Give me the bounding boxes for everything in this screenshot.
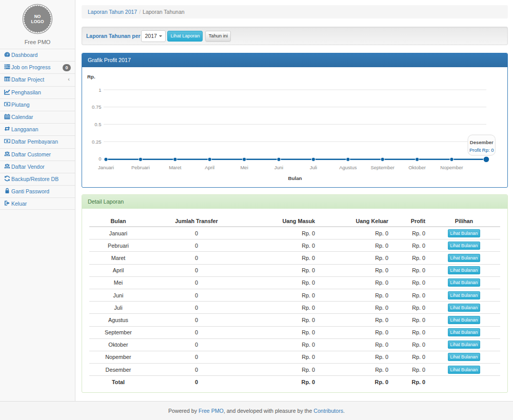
svg-text:LOGO: LOGO [31, 19, 44, 24]
svg-text:Juni: Juni [274, 165, 283, 170]
svg-text:Oktober: Oktober [408, 165, 426, 170]
svg-text:Rp.: Rp. [87, 74, 95, 79]
svg-text:Maret: Maret [169, 165, 182, 170]
svg-text:0: 0 [98, 156, 101, 162]
svg-text:Desember: Desember [470, 139, 494, 145]
svg-text:0.5: 0.5 [94, 122, 101, 127]
svg-text:Bulan: Bulan [288, 175, 302, 181]
svg-text:Juli: Juli [310, 165, 317, 170]
svg-text:1: 1 [98, 87, 101, 93]
svg-text:NO: NO [34, 14, 41, 19]
svg-text:Mei: Mei [240, 165, 248, 170]
svg-text:Agustus: Agustus [339, 165, 357, 170]
svg-text:Profit Rp: 0: Profit Rp: 0 [469, 147, 494, 153]
svg-text:Nopember: Nopember [440, 165, 463, 170]
svg-text:April: April [205, 165, 214, 170]
svg-text:0.25: 0.25 [92, 139, 102, 145]
svg-text:Januari: Januari [98, 165, 114, 170]
svg-text:Pebruari: Pebruari [131, 165, 150, 170]
svg-text:September: September [370, 165, 394, 170]
svg-text:0.75: 0.75 [92, 104, 102, 110]
